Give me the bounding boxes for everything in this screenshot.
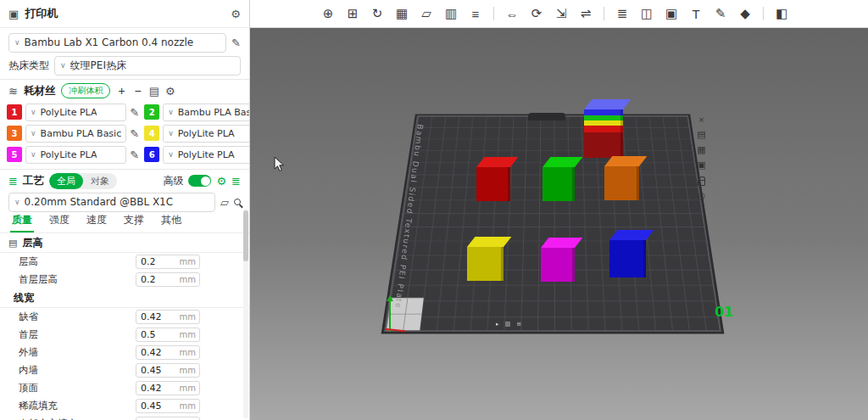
delete-plate-icon[interactable]: × [694,113,709,126]
filament-settings-gear-icon[interactable]: ⚙ [165,86,175,97]
bambu-studio-window: ▣ 打印机 ⚙ ∨ Bambu Lab X1 Carbon 0.4 nozzle… [0,0,868,420]
filament-select[interactable]: ∨ Bambu PLA Basic [163,104,250,121]
model-cube-green[interactable] [542,157,575,201]
plate-handle [528,113,565,120]
ams-sync-icon[interactable]: ▤ [149,86,159,97]
mouse-cursor [274,157,286,172]
scrollbar-thumb[interactable] [243,210,248,261]
param-input[interactable]: 0.45 mm [136,363,200,378]
filament-edit-icon[interactable]: ✎ [130,128,139,139]
filament-color-chip[interactable]: 4 [144,126,159,141]
filament-color-chip[interactable]: 1 [7,104,22,120]
filament-grid: 1 ∨ PolyLite PLA ✎ 2 ∨ Bambu PLA Basic ✎… [0,101,249,168]
process-scope-toggle[interactable]: 全局 对象 [49,173,117,189]
split-to-objects-icon[interactable]: ◫ [637,3,657,24]
param-unit: mm [180,384,199,393]
model-cube-blue[interactable] [609,230,646,277]
filament-select[interactable]: ∨ PolyLite PLA [25,146,126,164]
filament-edit-icon[interactable]: ✎ [130,149,139,160]
filament-color-chip[interactable]: 3 [7,126,22,141]
filament-select[interactable]: ∨ PolyLite PLA [25,104,126,121]
orient-plate-icon[interactable]: ▣ [694,159,709,171]
cube-front-face [476,167,510,201]
scope-global-option[interactable]: 全局 [49,173,83,189]
paste-icon[interactable]: ▥ [441,3,461,24]
printer-select[interactable]: ∨ Bambu Lab X1 Carbon 0.4 nozzle [8,33,226,53]
advanced-mode-toggle[interactable] [188,175,211,187]
arrange-plate-icon[interactable]: ▦ [694,143,709,156]
cube-front-face [609,240,646,277]
filament-color-chip[interactable]: 2 [144,104,159,120]
model-multicolor-tower[interactable] [584,99,623,158]
param-input[interactable]: 0.42 mm [136,381,200,395]
filament-edit-icon[interactable]: ✎ [130,107,139,118]
printer-edit-icon[interactable]: ✎ [231,37,241,48]
parameter-list-icon[interactable]: ≣ [231,176,241,187]
param-input[interactable]: 0.2 mm [136,272,200,287]
filament-select[interactable]: ∨ PolyLite PLA [163,125,250,143]
add-filament-button[interactable]: + [116,85,126,97]
plate-name-icon[interactable]: ◎ [694,189,709,202]
plate-action-toolbar: × ▤ ▦ ▣ ◎ [694,113,709,202]
bed-type-value: 纹理PEI热床 [70,59,126,73]
model-cube-yellow[interactable] [467,237,504,281]
printer-select-row: ∨ Bambu Lab X1 Carbon 0.4 nozzle ✎ [0,31,249,54]
model-cube-magenta[interactable] [541,238,575,282]
assembly-view-icon[interactable]: ▣ [661,3,682,24]
build-plate[interactable] [384,115,721,332]
chevron-down-icon: ∨ [31,129,36,137]
printer-select-value: Bambu Lab X1 Carbon 0.4 nozzle [25,36,194,48]
param-input[interactable]: 0.42 mm [136,310,200,324]
remove-filament-button[interactable]: − [133,85,143,97]
variable-layer-height-icon[interactable]: ≣ [612,3,632,24]
lock-plate-icon[interactable] [694,174,709,187]
param-input[interactable]: 0.45 mm [136,399,200,413]
bed-type-select[interactable]: ∨ 纹理PEI热床 [54,56,241,76]
move-icon[interactable]: ⇔ [502,3,522,24]
tab-strength[interactable]: 强度 [47,211,71,232]
y-axis-arrow [389,298,391,332]
tab-others[interactable]: 其他 [159,211,183,232]
seam-paint-icon[interactable]: ◆ [735,3,755,24]
param-value: 0.2 [136,256,156,267]
param-unit: mm [180,366,199,375]
filament-color-chip[interactable]: 5 [7,147,22,162]
add-object-icon[interactable]: ⊕ [318,3,338,24]
partition-icon[interactable]: ◧ [771,3,792,24]
filament-color-chip[interactable]: 6 [144,147,159,162]
filament-slot: 5 ∨ PolyLite PLA ✎ [7,145,139,164]
param-input[interactable]: 0.5 mm [136,328,200,342]
mirror-icon[interactable]: ⇌ [576,3,596,24]
param-input[interactable]: 0.42 mm [136,345,200,360]
process-preset-select[interactable]: ∨ 0.20mm Standard @BBL X1C [8,193,215,212]
model-cube-red[interactable] [476,157,510,201]
tab-speed[interactable]: 速度 [85,211,108,232]
tab-quality[interactable]: 质量 [10,211,34,232]
filament-select[interactable]: ∨ Bambu PLA Basic [25,125,126,143]
tab-support[interactable]: 支撑 [122,211,146,232]
scene-canvas[interactable]: Bambu Dual Sided Textured PEI Plate [250,28,868,420]
object-list-icon[interactable]: ≡ [465,3,486,24]
tower-base [584,132,623,158]
add-plate-icon[interactable]: ⊞ [342,3,363,24]
process-settings-icon[interactable]: ⚙ [216,176,226,187]
auto-orient-icon[interactable]: ↻ [367,3,387,24]
filament-select[interactable]: ∨ PolyLite PLA [163,146,250,164]
plate-mark-icon: ≡ [516,321,521,328]
text-tool-icon[interactable]: T [686,3,706,24]
color-paint-icon[interactable]: ✎ [710,3,731,24]
scale-icon[interactable]: ⇲ [551,3,571,24]
compare-preset-icon[interactable]: ▱ [220,197,229,208]
copy-icon[interactable]: ▱ [416,3,437,24]
printer-settings-gear-icon[interactable]: ⚙ [231,8,241,20]
rotate-icon[interactable]: ⟳ [526,3,547,24]
param-input[interactable]: 0.42 mm [136,417,200,420]
arrange-icon[interactable]: ▦ [392,3,412,24]
param-input[interactable]: 0.2 mm [136,255,200,269]
search-icon[interactable] [234,199,241,205]
scope-objects-option[interactable]: 对象 [83,173,117,189]
plate-settings-icon[interactable]: ▤ [694,128,709,141]
flush-volume-button[interactable]: 冲刷体积 [61,83,110,98]
model-cube-orange[interactable] [604,156,639,200]
sidebar-scrollbar[interactable] [243,209,248,418]
